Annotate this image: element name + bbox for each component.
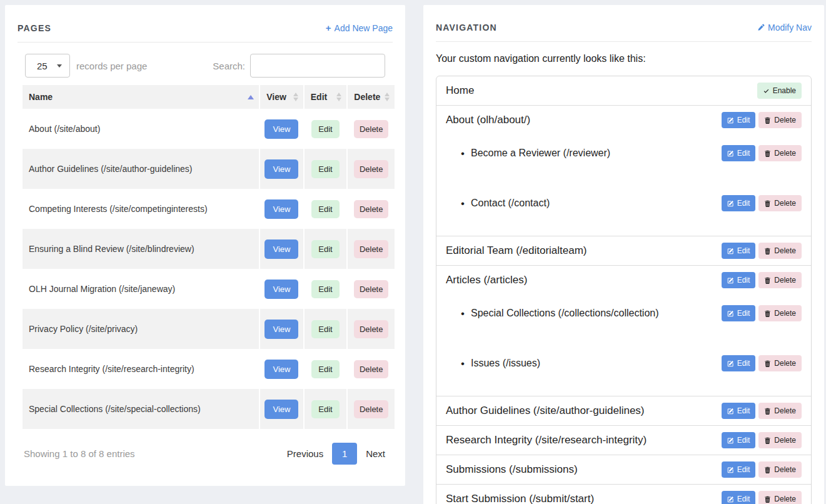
nav-item-label: Home <box>446 84 474 97</box>
nav-delete-button[interactable]: Delete <box>758 243 802 259</box>
sort-ascending-icon <box>248 95 254 99</box>
nav-edit-button[interactable]: Edit <box>722 272 756 288</box>
nav-subitem-label: Issues (/issues) <box>471 358 722 369</box>
delete-button[interactable]: Delete <box>354 280 389 298</box>
records-per-page-select[interactable]: 25 <box>25 54 70 78</box>
nav-item-label: About (olh/about/) <box>446 114 530 126</box>
nav-item-articles: Articles (/articles) Edit Delete • Speci… <box>436 265 811 396</box>
view-button[interactable]: View <box>264 239 298 259</box>
nav-edit-button[interactable]: Edit <box>722 461 756 478</box>
nav-edit-button[interactable]: Edit <box>722 491 756 504</box>
pages-panel-header: PAGES + Add New Page <box>18 18 393 42</box>
delete-button[interactable]: Delete <box>354 160 389 178</box>
nav-edit-button[interactable]: Edit <box>722 355 756 371</box>
delete-button[interactable]: Delete <box>354 200 389 218</box>
nav-children-list: • Become a Reviewer (/reviewer) Edit Del… <box>461 138 802 225</box>
view-button[interactable]: View <box>264 280 298 299</box>
delete-button[interactable]: Delete <box>354 400 389 418</box>
nav-delete-button[interactable]: Delete <box>758 461 802 478</box>
bullet-icon: • <box>461 358 465 369</box>
edit-button[interactable]: Edit <box>311 120 339 138</box>
modify-nav-link[interactable]: Modify Nav <box>757 23 812 33</box>
delete-button[interactable]: Delete <box>354 120 389 138</box>
nav-delete-button[interactable]: Delete <box>758 355 802 371</box>
pencil-icon <box>757 24 765 31</box>
pagination-current-page[interactable]: 1 <box>332 443 357 465</box>
nav-delete-button[interactable]: Delete <box>758 145 802 161</box>
edit-icon <box>727 360 734 367</box>
trash-icon <box>764 466 771 473</box>
view-button[interactable]: View <box>264 400 298 419</box>
delete-button[interactable]: Delete <box>354 360 389 378</box>
delete-button[interactable]: Delete <box>354 240 389 258</box>
view-button[interactable]: View <box>264 199 298 219</box>
nav-item-about: About (olh/about/) Edit Delete • Become … <box>436 105 811 236</box>
add-new-page-label: Add New Page <box>335 23 393 33</box>
nav-delete-button[interactable]: Delete <box>758 432 802 448</box>
edit-button[interactable]: Edit <box>311 160 339 178</box>
showing-entries-text: Showing 1 to 8 of 8 entries <box>24 448 135 459</box>
search-input[interactable] <box>250 54 385 78</box>
nav-item-submissions: Submissions (/submissions) Edit Delete <box>436 455 811 484</box>
nav-edit-button[interactable]: Edit <box>722 243 756 259</box>
edit-icon <box>727 248 734 255</box>
nav-item-label: Editorial Team (/editorialteam) <box>446 244 587 257</box>
nav-delete-button[interactable]: Delete <box>758 403 802 419</box>
edit-button[interactable]: Edit <box>311 320 339 338</box>
column-header-view[interactable]: View <box>259 85 303 109</box>
nav-edit-button[interactable]: Edit <box>722 403 756 419</box>
nav-item-home: Home Enable <box>436 76 811 105</box>
table-controls: 25 records per page Search: <box>25 54 385 78</box>
pagination-previous[interactable]: Previous <box>287 448 323 459</box>
nav-subitem-label: Contact (/contact) <box>471 198 722 209</box>
edit-icon <box>727 150 734 157</box>
page-name-cell: Special Collections (/site/special-colle… <box>23 389 259 429</box>
nav-subitem-become-a-reviewer: • Become a Reviewer (/reviewer) Edit Del… <box>461 138 802 188</box>
sort-both-icon <box>336 93 341 101</box>
records-per-page-label: records per page <box>76 61 147 71</box>
nav-delete-button[interactable]: Delete <box>758 195 802 211</box>
modify-nav-label: Modify Nav <box>768 23 812 33</box>
trash-icon <box>764 408 771 415</box>
nav-edit-button[interactable]: Edit <box>722 432 756 448</box>
nav-delete-button[interactable]: Delete <box>758 305 802 321</box>
edit-button[interactable]: Edit <box>311 360 339 378</box>
column-header-edit[interactable]: Edit <box>303 85 347 109</box>
column-header-delete[interactable]: Delete <box>346 85 395 109</box>
pages-panel: PAGES + Add New Page 25 records per page… <box>5 5 405 486</box>
view-button[interactable]: View <box>264 320 298 339</box>
header-divider <box>436 41 812 42</box>
page-name-cell: Author Guidelines (/site/author-guidelin… <box>23 149 259 189</box>
edit-button[interactable]: Edit <box>311 400 339 418</box>
enable-button[interactable]: Enable <box>757 83 802 99</box>
view-button[interactable]: View <box>264 159 298 179</box>
delete-button[interactable]: Delete <box>354 320 389 338</box>
table-row: Author Guidelines (/site/author-guidelin… <box>23 149 395 189</box>
nav-edit-button[interactable]: Edit <box>722 305 756 321</box>
trash-icon <box>764 248 771 255</box>
edit-icon <box>727 277 734 284</box>
nav-item-editorial-team: Editorial Team (/editorialteam) Edit Del… <box>436 236 811 265</box>
trash-icon <box>764 360 771 367</box>
edit-button[interactable]: Edit <box>311 280 339 298</box>
nav-delete-button[interactable]: Delete <box>758 272 802 288</box>
column-header-name[interactable]: Name <box>23 85 259 109</box>
nav-edit-button[interactable]: Edit <box>722 145 756 161</box>
nav-edit-button[interactable]: Edit <box>722 195 756 211</box>
nav-delete-button[interactable]: Delete <box>758 491 802 504</box>
select-caret-icon <box>57 64 62 68</box>
nav-delete-button[interactable]: Delete <box>758 112 802 128</box>
view-button[interactable]: View <box>264 119 298 139</box>
edit-icon <box>727 200 734 207</box>
trash-icon <box>764 310 771 317</box>
pagination-next[interactable]: Next <box>366 448 385 459</box>
bullet-icon: • <box>461 198 465 209</box>
edit-button[interactable]: Edit <box>311 240 339 258</box>
edit-icon <box>727 437 734 444</box>
nav-edit-button[interactable]: Edit <box>722 112 756 128</box>
edit-button[interactable]: Edit <box>311 200 339 218</box>
nav-children-list: • Special Collections (/collections/coll… <box>461 298 802 385</box>
nav-item-label: Articles (/articles) <box>446 274 527 286</box>
view-button[interactable]: View <box>264 360 298 379</box>
add-new-page-link[interactable]: + Add New Page <box>326 23 393 33</box>
